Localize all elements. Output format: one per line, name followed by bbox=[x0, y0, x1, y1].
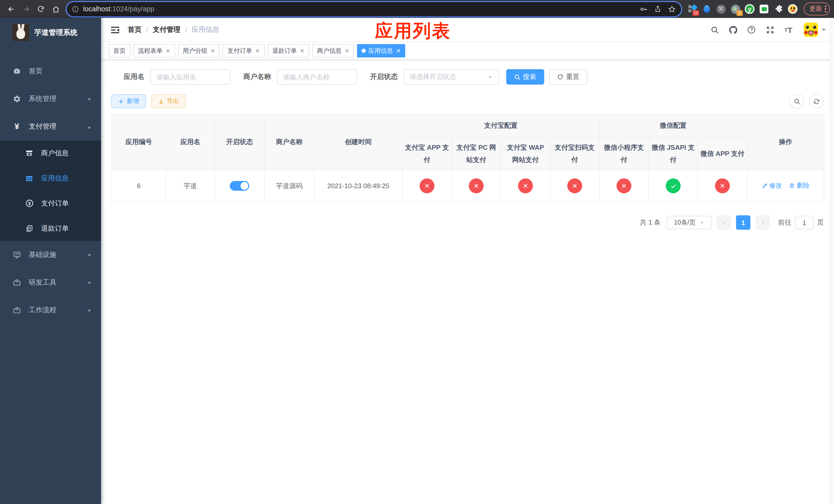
sidebar-item-workflow[interactable]: 工作流程 ▼ bbox=[0, 296, 101, 324]
next-page-button[interactable]: › bbox=[755, 215, 770, 230]
pagination: 共 1 条 10条/页 ▼ ‹ 1 › 前往 页 bbox=[111, 215, 824, 230]
close-icon[interactable]: ✕ bbox=[396, 47, 401, 54]
sidebar-item-devtools[interactable]: 研发工具 ▼ bbox=[0, 269, 101, 296]
goto-page-input[interactable] bbox=[795, 216, 813, 229]
tab-pay-order[interactable]: 支付订单✕ bbox=[223, 44, 264, 58]
export-button[interactable]: 导出 bbox=[151, 94, 186, 108]
back-icon[interactable] bbox=[4, 2, 18, 16]
page-1-button[interactable]: 1 bbox=[736, 215, 750, 230]
extension-grid-icon[interactable]: 10 bbox=[687, 4, 697, 14]
tab-process-form[interactable]: 流程表单✕ bbox=[133, 44, 175, 58]
forward-icon[interactable] bbox=[19, 2, 33, 16]
sidebar-collapse-icon[interactable] bbox=[109, 24, 120, 36]
breadcrumb-home[interactable]: 首页 bbox=[128, 25, 141, 35]
monitor-chart-icon bbox=[12, 251, 22, 259]
col-wechat-mini: 微信小程序支付 bbox=[599, 137, 649, 170]
sidebar-item-home[interactable]: 首页 bbox=[0, 58, 101, 85]
reset-button[interactable]: 重置 bbox=[549, 69, 587, 85]
close-icon[interactable]: ✕ bbox=[300, 47, 304, 54]
chevron-down-icon: ▼ bbox=[700, 221, 704, 225]
bookmark-star-icon[interactable] bbox=[668, 5, 676, 13]
sidebar-item-pay-order[interactable]: 支付订单 bbox=[0, 191, 101, 216]
browser-toolbar: localhost:1024/pay/app 10 ⌘ 1 y bbox=[0, 0, 834, 18]
share-icon[interactable] bbox=[654, 5, 662, 13]
sidebar-item-merchant-info[interactable]: 商户信息 bbox=[0, 140, 101, 166]
sidebar-item-infrastructure[interactable]: 基础设施 ▼ bbox=[0, 241, 101, 269]
scrollbar[interactable] bbox=[830, 18, 834, 504]
merchant-name-input[interactable] bbox=[277, 69, 357, 85]
close-icon[interactable]: ✕ bbox=[255, 47, 260, 54]
extension-balloon-icon[interactable] bbox=[702, 4, 711, 14]
user-avatar[interactable] bbox=[804, 23, 826, 37]
sidebar-item-payment[interactable]: ¥ 支付管理 ▲ bbox=[0, 113, 101, 140]
prev-page-button[interactable]: ‹ bbox=[717, 215, 731, 230]
col-ops: 操作 bbox=[747, 114, 824, 170]
logo-image bbox=[12, 24, 29, 41]
search-icon[interactable] bbox=[709, 25, 720, 35]
close-icon[interactable]: ✕ bbox=[166, 47, 170, 54]
sidebar-item-system[interactable]: 系统管理 ▼ bbox=[0, 85, 101, 113]
col-wechat-jsapi: 微信 JSAPI 支付 bbox=[649, 137, 698, 170]
search-button[interactable]: 搜索 bbox=[506, 69, 544, 85]
profile-avatar-icon[interactable] bbox=[788, 4, 797, 14]
delete-link[interactable]: 删除 bbox=[789, 182, 810, 190]
extensions-puzzle-icon[interactable] bbox=[773, 4, 783, 14]
page-size-select[interactable]: 10条/页 ▼ bbox=[667, 216, 711, 229]
col-created: 创建时间 bbox=[314, 114, 402, 170]
extension-camera-icon[interactable]: 1 bbox=[730, 4, 740, 14]
reload-icon[interactable] bbox=[34, 2, 48, 16]
app-name-input[interactable] bbox=[150, 69, 230, 85]
help-icon[interactable] bbox=[746, 25, 756, 35]
key-icon[interactable] bbox=[640, 5, 648, 13]
url-text[interactable]: localhost:1024/pay/app bbox=[83, 5, 640, 13]
table-toolbar: 新增 导出 bbox=[111, 94, 824, 109]
browser-update-button[interactable]: 更新 bbox=[804, 3, 830, 15]
cell-wechat-app bbox=[698, 170, 747, 202]
extension-chat-icon[interactable] bbox=[759, 4, 769, 14]
grid-table-icon bbox=[25, 174, 34, 182]
browser-menu-icon[interactable] bbox=[825, 6, 826, 12]
tab-merchant-info[interactable]: 商户信息✕ bbox=[312, 44, 354, 58]
address-bar[interactable]: localhost:1024/pay/app bbox=[67, 2, 681, 16]
breadcrumb: 首页 / 支付管理 / 应用信息 bbox=[128, 25, 219, 35]
cell-ops: 修改 删除 bbox=[747, 170, 824, 202]
sidebar-item-refund-order[interactable]: 退款订单 bbox=[0, 216, 101, 241]
extension-command-icon[interactable]: ⌘ bbox=[716, 4, 726, 14]
close-icon[interactable]: ✕ bbox=[210, 47, 215, 54]
refresh-table-button[interactable] bbox=[809, 94, 824, 109]
app-logo[interactable]: 芋道管理系统 bbox=[0, 18, 101, 47]
status-enabled-icon bbox=[666, 178, 681, 193]
show-search-button[interactable] bbox=[789, 94, 804, 109]
add-button[interactable]: 新增 bbox=[111, 94, 146, 108]
page-title-annotation: 应用列表 bbox=[375, 19, 451, 43]
home-icon[interactable] bbox=[49, 2, 63, 16]
cell-app-id: 6 bbox=[112, 170, 166, 202]
col-group-alipay: 支付宝配置 bbox=[402, 114, 599, 137]
col-alipay-app: 支付宝 APP 支付 bbox=[402, 137, 452, 170]
app-table: 应用编号 应用名 开启状态 商户名称 创建时间 支付宝配置 微信配置 操作 支付… bbox=[111, 114, 824, 202]
total-count: 共 1 条 bbox=[640, 218, 661, 227]
info-icon[interactable] bbox=[72, 5, 79, 13]
status-select[interactable]: 请选择开启状态 ▼ bbox=[403, 69, 499, 85]
status-toggle[interactable] bbox=[230, 181, 249, 191]
close-icon[interactable]: ✕ bbox=[345, 47, 349, 54]
tab-app-info[interactable]: 应用信息✕ bbox=[357, 44, 405, 58]
sidebar-item-app-info[interactable]: 应用信息 bbox=[0, 166, 101, 191]
extension-y-icon[interactable]: y bbox=[745, 4, 754, 14]
status-disabled-icon bbox=[420, 178, 435, 193]
breadcrumb-payment[interactable]: 支付管理 bbox=[153, 25, 180, 35]
app-name-label: 应用名 bbox=[124, 72, 145, 82]
fullscreen-icon[interactable] bbox=[765, 25, 775, 35]
status-disabled-icon bbox=[518, 178, 533, 193]
github-icon[interactable] bbox=[728, 25, 738, 35]
goto-label: 前往 bbox=[778, 218, 791, 227]
tab-home[interactable]: 首页 bbox=[109, 44, 130, 58]
chevron-down-icon: ▼ bbox=[87, 280, 92, 285]
edit-link[interactable]: 修改 bbox=[762, 182, 782, 190]
breadcrumb-current: 应用信息 bbox=[192, 25, 219, 35]
tab-refund-order[interactable]: 退款订单✕ bbox=[267, 44, 309, 58]
yen-circle-icon bbox=[25, 199, 34, 208]
font-size-icon[interactable]: TT bbox=[783, 25, 793, 35]
cell-alipay-qr bbox=[550, 170, 599, 202]
tab-user-group[interactable]: 用户分组✕ bbox=[178, 44, 220, 58]
